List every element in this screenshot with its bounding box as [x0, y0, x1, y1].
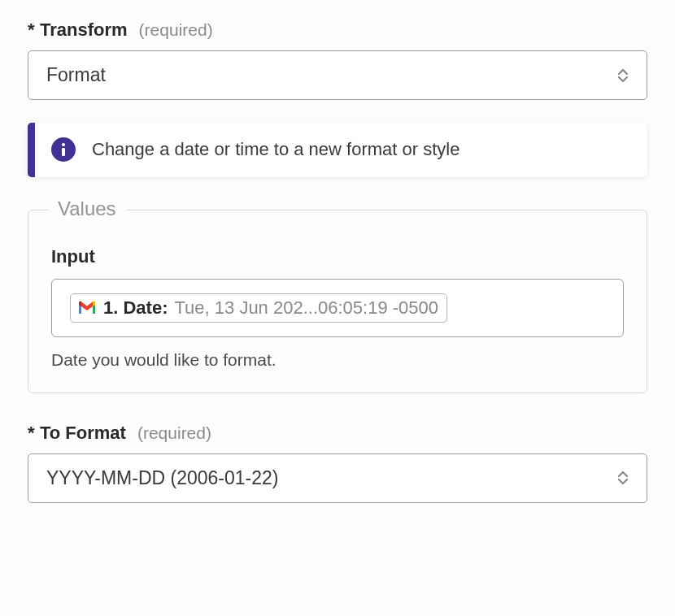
- token-value: Tue, 13 Jun 202...06:05:19 -0500: [174, 297, 438, 319]
- values-legend: Values: [48, 197, 126, 220]
- to-format-select[interactable]: YYYY-MM-DD (2006-01-22): [28, 453, 647, 503]
- info-icon: [51, 137, 76, 162]
- to-format-value: YYYY-MM-DD (2006-01-22): [46, 467, 278, 489]
- input-field[interactable]: 1. Date: Tue, 13 Jun 202...06:05:19 -050…: [51, 279, 624, 337]
- to-format-label: To Format: [40, 423, 126, 443]
- transform-label-wrapper: * Transform: [28, 20, 128, 41]
- input-token[interactable]: 1. Date: Tue, 13 Jun 202...06:05:19 -050…: [70, 293, 447, 323]
- token-label: 1. Date:: [103, 297, 168, 319]
- svg-rect-1: [62, 148, 65, 156]
- to-format-label-wrapper: * To Format: [28, 423, 126, 444]
- chevron-updown-icon: [617, 68, 629, 83]
- transform-label-row: * Transform (required): [28, 20, 647, 41]
- input-label: Input: [51, 246, 624, 267]
- values-fieldset: Values Input 1. Date: Tue, 13 Jun 202...…: [28, 210, 647, 393]
- transform-label: Transform: [40, 20, 128, 40]
- required-asterisk: *: [28, 20, 35, 40]
- to-format-label-row: * To Format (required): [28, 423, 647, 444]
- required-tag: (required): [137, 423, 211, 443]
- transform-field: * Transform (required) Format: [28, 20, 647, 100]
- to-format-field: * To Format (required) YYYY-MM-DD (2006-…: [28, 423, 647, 503]
- transform-value: Format: [46, 64, 106, 86]
- info-banner: Change a date or time to a new format or…: [28, 123, 647, 177]
- svg-point-0: [62, 143, 65, 146]
- info-text: Change a date or time to a new format or…: [92, 137, 459, 163]
- input-help-text: Date you would like to format.: [51, 350, 624, 370]
- chevron-updown-icon: [617, 471, 629, 485]
- transform-select[interactable]: Format: [28, 50, 647, 100]
- required-tag: (required): [139, 20, 213, 40]
- gmail-icon: [77, 301, 97, 315]
- required-asterisk: *: [28, 423, 35, 443]
